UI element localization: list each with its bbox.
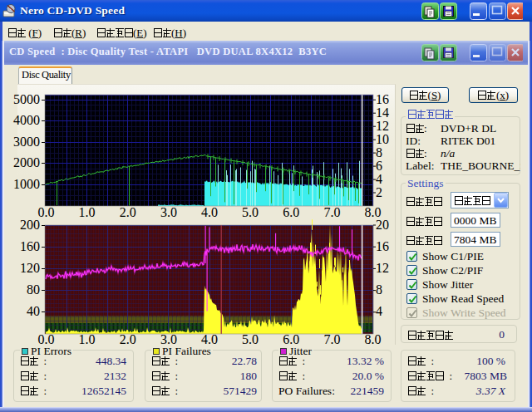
svg-text:12: 12: [376, 119, 389, 133]
svg-text:4.0: 4.0: [201, 332, 218, 346]
svg-text:5.0: 5.0: [242, 332, 259, 346]
svg-text:7.0: 7.0: [323, 205, 340, 219]
svg-text:0.0: 0.0: [38, 205, 55, 219]
svg-text:40: 40: [27, 304, 40, 318]
svg-text:16: 16: [376, 92, 389, 106]
svg-text:12: 12: [376, 261, 389, 275]
svg-text:0.0: 0.0: [38, 332, 55, 346]
svg-text:2.0: 2.0: [120, 205, 136, 219]
svg-text:120: 120: [20, 261, 40, 275]
svg-text:6: 6: [376, 159, 382, 173]
svg-text:16: 16: [376, 239, 389, 253]
svg-text:80: 80: [27, 282, 40, 297]
svg-text:4: 4: [376, 304, 382, 318]
svg-text:3.0: 3.0: [160, 205, 177, 219]
svg-text:5.0: 5.0: [242, 205, 259, 219]
svg-text:7.0: 7.0: [323, 332, 340, 346]
svg-text:2.0: 2.0: [120, 332, 136, 346]
svg-text:20: 20: [376, 218, 389, 232]
svg-text:3000: 3000: [13, 135, 40, 149]
svg-text:1000: 1000: [13, 177, 40, 191]
svg-text:160: 160: [20, 239, 40, 253]
svg-text:2: 2: [376, 185, 382, 199]
svg-text:200: 200: [20, 218, 40, 232]
svg-text:6.0: 6.0: [283, 332, 299, 346]
svg-text:4: 4: [376, 172, 382, 186]
svg-text:8: 8: [376, 282, 382, 297]
svg-text:5000: 5000: [13, 92, 40, 106]
svg-text:2000: 2000: [13, 155, 40, 169]
svg-text:3.0: 3.0: [160, 332, 177, 346]
svg-text:8.0: 8.0: [365, 332, 382, 346]
svg-text:14: 14: [376, 105, 389, 120]
svg-text:4.0: 4.0: [201, 205, 218, 219]
svg-text:6.0: 6.0: [283, 205, 299, 219]
svg-text:10: 10: [376, 132, 389, 146]
svg-text:1.0: 1.0: [79, 205, 96, 219]
svg-text:8: 8: [376, 145, 382, 159]
svg-text:1.0: 1.0: [79, 332, 96, 346]
svg-text:4000: 4000: [13, 113, 40, 127]
